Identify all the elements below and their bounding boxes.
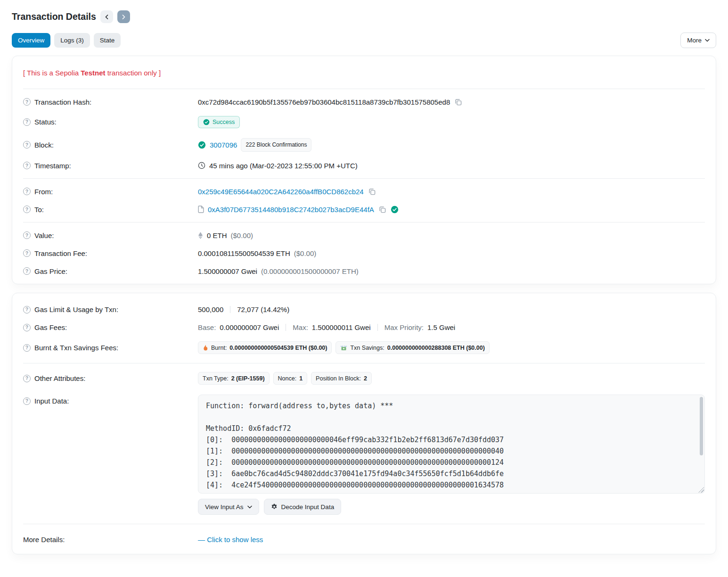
- nonce-badge: Nonce: 1: [273, 372, 308, 385]
- transaction-fee-amount: 0.000108115500504539 ETH: [198, 249, 290, 257]
- burnt-fees-row: ? Burnt & Txn Savings Fees: Burnt: 0.000…: [23, 337, 705, 359]
- copy-transaction-hash-button[interactable]: [454, 99, 463, 106]
- burnt-fees-label: ? Burnt & Txn Savings Fees:: [23, 344, 198, 352]
- transaction-fee-label: ? Transaction Fee:: [23, 249, 198, 257]
- label-text: Input Data:: [34, 397, 69, 405]
- input-data-row: ? Input Data: Function: forward(address …: [23, 390, 705, 520]
- status-label: ? Status:: [23, 118, 198, 126]
- from-row: ? From: 0x259c49E65644a020C2A642260a4ffB…: [23, 182, 705, 200]
- page-header: Transaction Details: [12, 6, 716, 33]
- max-fee-label: Max:: [293, 323, 308, 331]
- to-address-link[interactable]: 0xA3f07D6773514480b918C2742b027b3acD9E44…: [208, 206, 374, 214]
- label-text: Timestamp:: [34, 162, 71, 170]
- position-in-block-badge: Position In Block: 2: [311, 372, 372, 385]
- help-icon: ?: [23, 324, 31, 331]
- banner-testnet: Testnet: [81, 69, 105, 77]
- overview-card: [ This is a Sepolia Testnet transaction …: [12, 56, 716, 284]
- from-address-link[interactable]: 0x259c49E65644a020C2A642260a4ffB0CD862cb…: [198, 188, 364, 196]
- nonce-value: 1: [299, 375, 303, 382]
- copy-icon: [368, 188, 376, 195]
- decode-icon: [271, 503, 278, 510]
- txn-type-value: 2 (EIP-1559): [231, 375, 265, 382]
- banner-text-post: transaction only ]: [106, 69, 161, 77]
- label-text: Transaction Hash:: [34, 98, 91, 106]
- label-text: Gas Fees:: [34, 323, 67, 331]
- timestamp-row: ? Timestamp: 45 mins ago (Mar-02-2023 12…: [23, 157, 705, 174]
- burnt-label-text: Burnt:: [211, 345, 227, 351]
- gas-limit-label: ? Gas Limit & Usage by Txn:: [23, 305, 198, 313]
- help-icon: ?: [23, 206, 31, 213]
- input-data-text: Function: forward(address to,bytes data)…: [198, 395, 704, 494]
- label-text: Status:: [34, 118, 57, 126]
- help-icon: ?: [23, 98, 31, 106]
- block-confirmations-badge: 222 Block Confirmations: [241, 138, 311, 152]
- decode-input-data-button[interactable]: Decode Input Data: [264, 499, 342, 515]
- input-data-label: ? Input Data:: [23, 395, 198, 405]
- view-input-as-button[interactable]: View Input As: [198, 499, 259, 515]
- chevron-down-icon: [705, 39, 710, 42]
- transaction-hash-value: 0xc72d984ccac6190b5f135576eb97b03604bc81…: [198, 98, 450, 106]
- chevron-right-icon: [122, 15, 126, 19]
- banner-text-pre: [ This is a Sepolia: [23, 69, 81, 77]
- value-usd: ($0.00): [231, 231, 254, 239]
- from-label: ? From:: [23, 188, 198, 196]
- txn-savings-label-text: Txn Savings:: [350, 345, 384, 351]
- help-icon: ?: [23, 375, 31, 382]
- to-row: ? To: 0xA3f07D6773514480b918C2742b027b3a…: [23, 200, 705, 218]
- copy-icon: [455, 99, 462, 106]
- gas-price-amount: 1.500000007 Gwei: [198, 267, 257, 275]
- previous-transaction-button[interactable]: [100, 10, 113, 23]
- value-row: ? Value: 0 ETH ($0.00): [23, 226, 705, 244]
- label-text: Block:: [34, 141, 54, 149]
- block-link[interactable]: 3007096: [210, 141, 237, 149]
- copy-from-address-button[interactable]: [368, 188, 376, 195]
- value-label: ? Value:: [23, 231, 198, 239]
- transaction-hash-label: ? Transaction Hash:: [23, 98, 198, 106]
- eth-icon: [198, 231, 203, 239]
- more-button[interactable]: More: [680, 33, 716, 48]
- tab-overview[interactable]: Overview: [12, 33, 50, 48]
- tab-state[interactable]: State: [94, 33, 121, 48]
- value-amount: 0 ETH: [207, 231, 227, 239]
- input-data-box[interactable]: Function: forward(address to,bytes data)…: [198, 395, 705, 494]
- help-icon: ?: [23, 267, 31, 275]
- flame-icon: [203, 345, 208, 351]
- input-data-scrollbar[interactable]: [700, 397, 703, 455]
- view-input-as-label: View Input As: [205, 503, 244, 511]
- divider: [23, 89, 705, 89]
- divider: [23, 363, 705, 363]
- burnt-badge: Burnt: 0.000000000000504539 ETH ($0.00): [198, 341, 332, 354]
- timestamp-label: ? Timestamp:: [23, 162, 198, 170]
- status-badge: Success: [198, 116, 240, 128]
- more-button-label: More: [687, 37, 702, 44]
- max-priority-fee-label: Max Priority:: [384, 323, 424, 331]
- help-icon: ?: [23, 249, 31, 257]
- nonce-label: Nonce:: [278, 375, 297, 382]
- txn-savings-value: 0.000000000000288308 ETH ($0.00): [387, 345, 485, 351]
- label-text: To:: [34, 206, 44, 214]
- block-label: ? Block:: [23, 141, 198, 149]
- position-in-block-label: Position In Block:: [316, 375, 361, 382]
- gas-price-label: ? Gas Price:: [23, 267, 198, 275]
- position-in-block-value: 2: [364, 375, 367, 382]
- verified-check-icon: [391, 206, 399, 214]
- label-text: Burnt & Txn Savings Fees:: [34, 344, 118, 352]
- gas-usage-value: 72,077 (14.42%): [237, 305, 289, 313]
- separator: [286, 324, 286, 331]
- transaction-fee-usd: ($0.00): [294, 249, 317, 257]
- help-icon: ?: [23, 162, 31, 169]
- copy-to-address-button[interactable]: [378, 206, 387, 213]
- other-attributes-row: ? Other Attributes: Txn Type: 2 (EIP-155…: [23, 367, 705, 390]
- tabs-row: Overview Logs (3) State More: [12, 33, 716, 48]
- next-transaction-button[interactable]: [117, 10, 130, 23]
- chevron-down-icon: [247, 505, 252, 509]
- more-details-row: More Details: — Click to show less: [23, 528, 705, 550]
- label-text: From:: [34, 188, 53, 196]
- separator: [230, 306, 230, 313]
- copy-icon: [379, 206, 386, 213]
- tab-logs[interactable]: Logs (3): [54, 33, 90, 48]
- page-title: Transaction Details: [12, 11, 96, 22]
- help-icon: ?: [23, 306, 31, 313]
- max-fee-value: 1.500000011 Gwei: [312, 323, 371, 331]
- show-less-link[interactable]: — Click to show less: [198, 536, 263, 544]
